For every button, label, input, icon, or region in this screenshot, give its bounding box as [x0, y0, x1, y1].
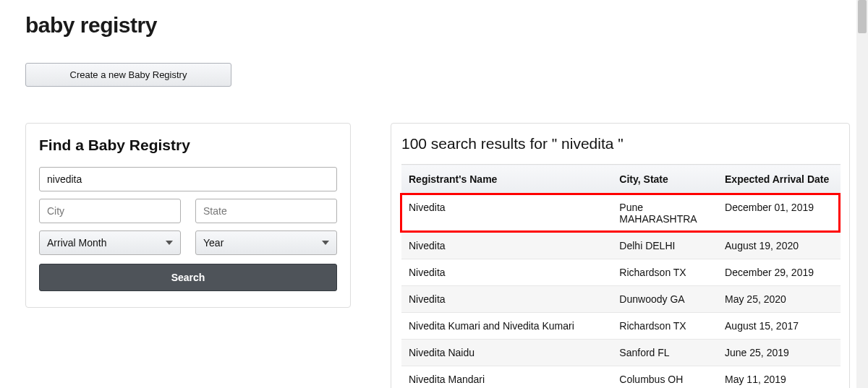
chevron-down-icon [166, 241, 173, 245]
arrival-month-label: Arrival Month [47, 237, 106, 249]
year-label: Year [203, 237, 224, 249]
column-header-city[interactable]: City, State [612, 165, 718, 194]
arrival-month-select[interactable]: Arrival Month [39, 230, 181, 255]
cell-city: Pune MAHARASHTRA [612, 194, 718, 233]
table-row[interactable]: Nivedita Kumari and Nivedita KumariRicha… [401, 313, 841, 340]
page-title: baby registry [25, 13, 868, 38]
table-row[interactable]: NiveditaPune MAHARASHTRADecember 01, 201… [401, 194, 841, 233]
column-header-date[interactable]: Expected Arrival Date [718, 165, 841, 194]
cell-name: Nivedita Naidu [401, 340, 612, 366]
cell-city: Dunwoody GA [612, 286, 718, 313]
search-button[interactable]: Search [39, 264, 337, 291]
search-panel-heading: Find a Baby Registry [39, 137, 337, 154]
cell-date: June 25, 2019 [718, 340, 841, 366]
cell-date: May 11, 2019 [718, 366, 841, 389]
cell-city: Delhi DELHI [612, 233, 718, 259]
scrollbar-thumb[interactable] [858, 0, 867, 33]
cell-name: Nivedita Kumari and Nivedita Kumari [401, 313, 612, 340]
cell-date: August 19, 2020 [718, 233, 841, 259]
year-select[interactable]: Year [195, 230, 337, 255]
registrant-name-input[interactable] [39, 167, 337, 191]
cell-name: Nivedita [401, 286, 612, 313]
create-registry-button[interactable]: Create a new Baby Registry [25, 63, 231, 87]
results-panel: 100 search results for " nivedita " Regi… [391, 123, 850, 388]
column-header-name[interactable]: Registrant's Name [401, 165, 612, 194]
cell-date: December 29, 2019 [718, 259, 841, 286]
cell-name: Nivedita [401, 259, 612, 286]
results-table: Registrant's Name City, State Expected A… [401, 164, 841, 388]
cell-name: Nivedita Mandari [401, 366, 612, 389]
table-row[interactable]: NiveditaRichardson TXDecember 29, 2019 [401, 259, 841, 286]
search-panel: Find a Baby Registry Arrival Month Year … [25, 123, 351, 308]
cell-city: Columbus OH [612, 366, 718, 389]
chevron-down-icon [322, 241, 329, 245]
cell-date: May 25, 2020 [718, 286, 841, 313]
cell-city: Sanford FL [612, 340, 718, 366]
state-input[interactable] [195, 199, 337, 223]
cell-name: Nivedita [401, 194, 612, 233]
results-heading: 100 search results for " nivedita " [401, 135, 841, 152]
cell-city: Richardson TX [612, 259, 718, 286]
cell-date: December 01, 2019 [718, 194, 841, 233]
cell-date: August 15, 2017 [718, 313, 841, 340]
table-row[interactable]: Nivedita MandariColumbus OHMay 11, 2019 [401, 366, 841, 389]
cell-city: Richardson TX [612, 313, 718, 340]
cell-name: Nivedita [401, 233, 612, 259]
table-row[interactable]: Nivedita NaiduSanford FLJune 25, 2019 [401, 340, 841, 366]
city-input[interactable] [39, 199, 181, 223]
vertical-scrollbar[interactable] [856, 0, 868, 388]
table-row[interactable]: NiveditaDelhi DELHIAugust 19, 2020 [401, 233, 841, 259]
table-row[interactable]: NiveditaDunwoody GAMay 25, 2020 [401, 286, 841, 313]
